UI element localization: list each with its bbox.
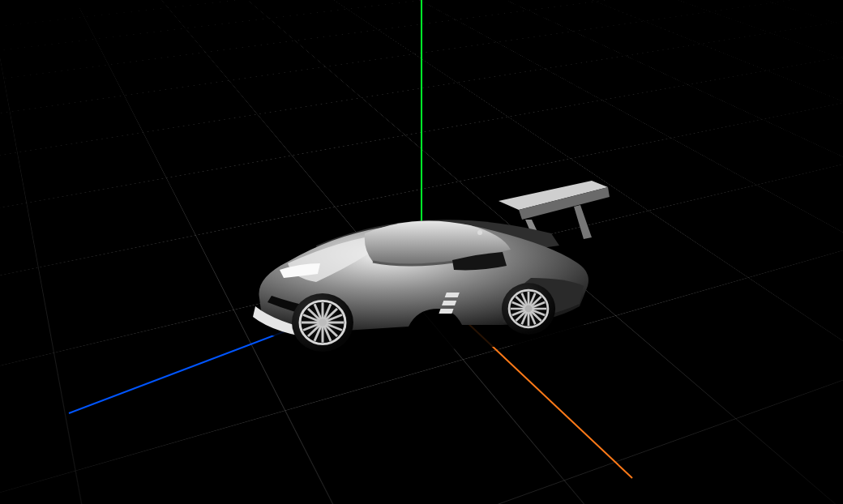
svg-point-26 xyxy=(524,305,532,313)
rear-wheel xyxy=(502,284,555,335)
front-wheel xyxy=(292,293,353,352)
svg-rect-2 xyxy=(439,309,453,314)
model-race-car[interactable] xyxy=(211,156,632,367)
roof-antenna xyxy=(477,230,482,235)
3d-viewport[interactable] xyxy=(0,0,843,504)
svg-rect-0 xyxy=(445,293,460,297)
svg-rect-1 xyxy=(442,301,456,305)
svg-point-14 xyxy=(319,319,327,327)
